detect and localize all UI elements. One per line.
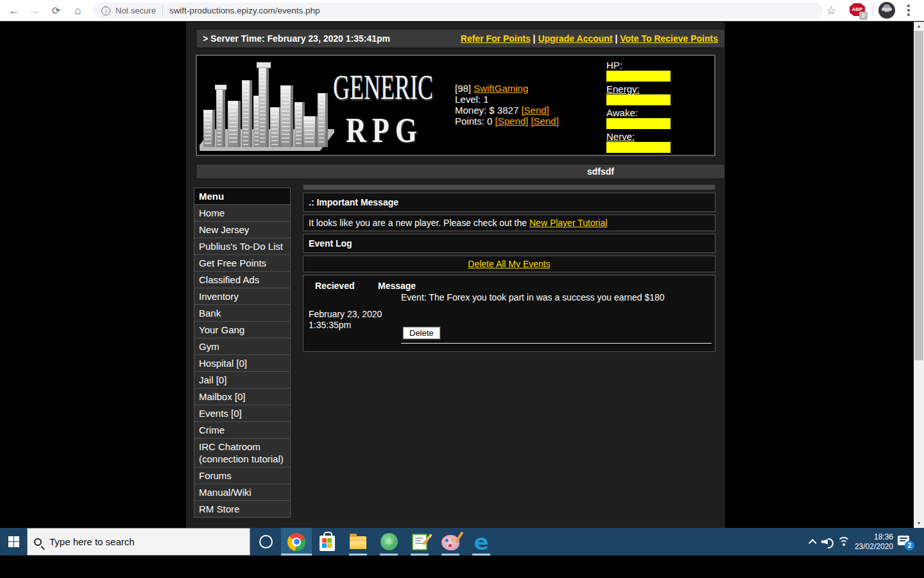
profile-avatar[interactable] [878,2,895,19]
column-received: Recieved [315,281,354,291]
menu-title: Menu [194,188,291,204]
sidebar-item-forums[interactable]: Forums [194,468,290,484]
taskbar-atom-app-button[interactable]: ⚛ [373,528,404,556]
banner-text: sdfsdf [587,166,614,177]
taskbar-clock[interactable]: 18:36 23/02/2020 [855,532,893,552]
wifi-icon[interactable] [837,537,850,547]
toolbar-divider [873,5,873,16]
volume-icon[interactable] [821,537,833,547]
address-bar[interactable]: i Not secure swift-productions.epizy.com… [94,3,823,19]
game-header: GENERIC RPG [98] SwiftGaming Level: 1 Mo… [196,55,715,156]
sidebar-item-manual-wiki[interactable]: Manual/Wiki [194,484,290,501]
banner-bar: sdfsdf [196,164,725,179]
sidebar-item-todo-list[interactable]: Publius's To-Do List [194,238,290,255]
action-center-button[interactable]: 2 [898,535,913,549]
player-id: [98] [455,83,471,94]
server-time-bar: > Server Time: February 23, 2020 1:35:41… [196,29,725,48]
event-message: Event: The Forex you took part in was a … [401,292,690,303]
site-wrapper: > Server Time: February 23, 2020 1:35:41… [186,22,725,528]
reload-icon[interactable]: ⟳ [47,2,65,19]
energy-link[interactable]: Energy: [606,83,671,94]
taskbar-notepad-button[interactable] [404,528,435,556]
logo-text-rpg: RPG [339,110,429,151]
clock-time: 18:36 [855,532,893,542]
start-button[interactable] [0,528,27,556]
cortana-button[interactable] [250,528,281,556]
windows-logo-icon [8,536,19,547]
taskbar-chrome-button[interactable] [281,528,312,556]
page-scrollbar[interactable]: ▲ ▼ [914,22,924,528]
url-text[interactable]: swift-productions.epizy.com/events.php [169,6,320,15]
system-tray: 18:36 23/02/2020 2 [811,528,924,556]
scrollbar-thumb[interactable] [914,31,923,360]
taskbar-search-input[interactable]: Type here to search [27,528,250,556]
event-received-date: February 23, 2020 1:35:35pm [309,309,398,331]
sidebar-item-jail[interactable]: Jail [0] [194,372,290,389]
sidebar-item-bank[interactable]: Bank [194,305,290,322]
bookmark-star-icon[interactable]: ☆ [826,4,836,17]
browser-menu-icon[interactable]: ••• [903,3,914,17]
sidebar-item-irc-chatroom[interactable]: IRC Chatroom (connection tutorial) [194,439,290,468]
sidebar-item-events[interactable]: Events [0] [194,405,290,422]
important-message-header: .: Important Message [303,193,715,212]
player-points: Points: 0 [455,116,492,127]
nerve-bar [606,142,671,153]
home-icon[interactable]: ⌂ [69,2,87,19]
important-message-text: It looks like you are a new player. Plea… [309,218,529,228]
player-info: [98] SwiftGaming Level: 1 Money: $ 3827 … [455,83,559,127]
delete-all-events-row: Delete All My Events [303,256,715,272]
sidebar-item-mailbox[interactable]: Mailbox [0] [194,389,290,405]
adblock-extension-icon[interactable]: ABP 2 [850,3,865,17]
file-explorer-icon [350,536,366,549]
forward-icon[interactable]: → [26,2,43,19]
sidebar-item-gym[interactable]: Gym [194,338,290,355]
search-icon [34,538,42,546]
sidebar-item-new-jersey[interactable]: New Jersey [194,222,290,238]
sidebar-item-crime[interactable]: Crime [194,422,290,439]
upgrade-account-link[interactable]: Upgrade Account [538,33,612,44]
new-player-tutorial-link[interactable]: New Player Tutorial [529,218,607,228]
nerve-link[interactable]: Nerve: [606,131,671,141]
microsoft-store-icon [320,536,335,551]
delete-all-events-link[interactable]: Delete All My Events [468,259,550,269]
send-points-link[interactable]: [Send] [531,116,558,127]
clock-date: 23/02/2020 [855,542,893,552]
paint-palette-icon [441,535,459,550]
search-placeholder: Type here to search [49,536,135,547]
sidebar-item-classified-ads[interactable]: Classified Ads [194,272,290,288]
sidebar-item-your-gang[interactable]: Your Gang [194,322,290,338]
sidebar-item-hospital[interactable]: Hospital [0] [194,355,290,372]
taskbar-paint-button[interactable] [435,528,466,556]
awake-bar [606,118,671,129]
event-log-header: Event Log [303,234,715,253]
sidebar-item-free-points[interactable]: Get Free Points [194,255,290,272]
vote-link[interactable]: Vote To Recieve Points [620,33,718,44]
back-icon[interactable]: ← [5,2,22,19]
player-level: Level: 1 [455,94,559,105]
screen: ← → ⟳ ⌂ i Not secure swift-productions.e… [0,0,924,578]
energy-bar [606,94,671,105]
info-icon[interactable]: i [101,6,110,15]
column-message: Message [378,281,416,291]
scroll-up-icon[interactable]: ▲ [914,22,924,31]
windows-taskbar: Type here to search ⚛ e 18:36 23/02/2020… [0,528,924,556]
sidebar-item-inventory[interactable]: Inventory [194,288,290,305]
sidebar-item-rm-store[interactable]: RM Store [194,501,290,517]
taskbar-edge-button[interactable]: e [466,528,497,556]
spend-points-link[interactable]: [Spend] [495,116,529,127]
send-money-link[interactable]: [Send] [521,105,549,116]
sidebar-item-home[interactable]: Home [194,205,290,222]
server-time-text: > Server Time: February 23, 2020 1:35:41… [203,33,390,44]
taskbar-explorer-button[interactable] [343,528,373,556]
event-table: Recieved Message February 23, 2020 1:35:… [303,275,715,352]
delete-event-button[interactable]: Delete [403,327,440,339]
player-name-link[interactable]: SwiftGaming [474,83,528,94]
taskbar-store-button[interactable] [312,528,343,556]
atom-icon: ⚛ [381,533,398,550]
event-divider [401,343,712,344]
scroll-down-icon[interactable]: ▼ [914,519,924,528]
chrome-icon [287,533,305,551]
important-message-row: It looks like you are a new player. Plea… [303,215,715,231]
refer-for-points-link[interactable]: Refer For Points [461,33,531,44]
security-label: Not secure [116,6,156,15]
